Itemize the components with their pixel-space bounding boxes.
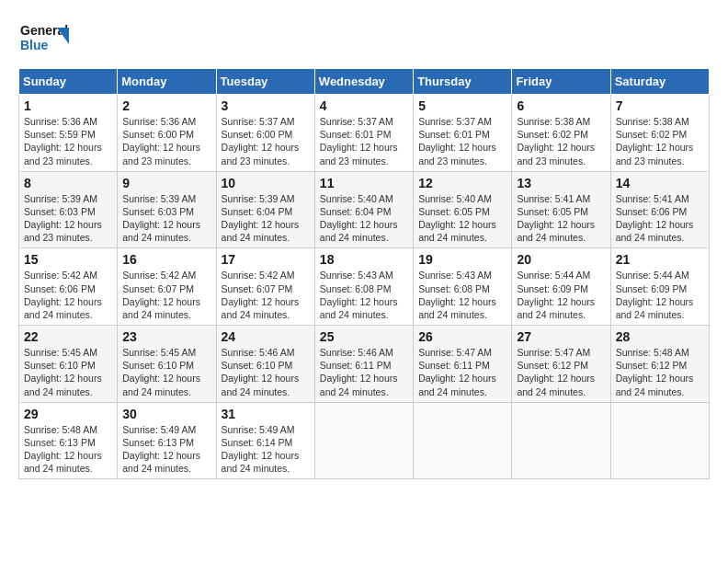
calendar-header-row: SundayMondayTuesdayWednesdayThursdayFrid… [19, 69, 710, 95]
calendar-week-3: 15Sunrise: 5:42 AM Sunset: 6:06 PM Dayli… [19, 248, 710, 326]
day-info: Sunrise: 5:41 AM Sunset: 6:06 PM Dayligh… [616, 192, 704, 245]
calendar-cell: 31Sunrise: 5:49 AM Sunset: 6:14 PM Dayli… [216, 402, 314, 479]
day-info: Sunrise: 5:42 AM Sunset: 6:06 PM Dayligh… [24, 269, 112, 321]
day-info: Sunrise: 5:47 AM Sunset: 6:11 PM Dayligh… [418, 346, 506, 398]
calendar-cell: 14Sunrise: 5:41 AM Sunset: 6:06 PM Dayli… [610, 171, 709, 248]
calendar-cell: 2Sunrise: 5:36 AM Sunset: 6:00 PM Daylig… [118, 95, 216, 172]
day-number: 22 [24, 329, 112, 344]
calendar-cell: 24Sunrise: 5:46 AM Sunset: 6:10 PM Dayli… [216, 326, 314, 403]
calendar-cell: 21Sunrise: 5:44 AM Sunset: 6:09 PM Dayli… [610, 248, 709, 326]
calendar-cell [512, 402, 610, 479]
calendar-cell: 27Sunrise: 5:47 AM Sunset: 6:12 PM Dayli… [512, 326, 610, 403]
day-number: 5 [418, 98, 506, 113]
day-number: 26 [418, 329, 506, 344]
weekday-header-wednesday: Wednesday [314, 69, 413, 95]
day-number: 20 [517, 252, 605, 267]
day-info: Sunrise: 5:40 AM Sunset: 6:05 PM Dayligh… [418, 192, 506, 245]
day-number: 6 [517, 98, 605, 113]
day-number: 7 [616, 98, 704, 113]
day-info: Sunrise: 5:45 AM Sunset: 6:10 PM Dayligh… [24, 346, 112, 398]
day-number: 18 [320, 252, 408, 267]
day-number: 17 [222, 252, 310, 267]
calendar-cell: 22Sunrise: 5:45 AM Sunset: 6:10 PM Dayli… [19, 326, 118, 403]
calendar-week-4: 22Sunrise: 5:45 AM Sunset: 6:10 PM Dayli… [19, 326, 710, 403]
calendar-week-2: 8Sunrise: 5:39 AM Sunset: 6:03 PM Daylig… [19, 171, 710, 248]
calendar-week-1: 1Sunrise: 5:36 AM Sunset: 5:59 PM Daylig… [19, 95, 710, 172]
day-info: Sunrise: 5:46 AM Sunset: 6:11 PM Dayligh… [320, 346, 408, 398]
weekday-header-friday: Friday [512, 69, 610, 95]
day-info: Sunrise: 5:48 AM Sunset: 6:13 PM Dayligh… [24, 423, 112, 476]
calendar-cell: 20Sunrise: 5:44 AM Sunset: 6:09 PM Dayli… [512, 248, 610, 326]
day-info: Sunrise: 5:44 AM Sunset: 6:09 PM Dayligh… [616, 269, 704, 321]
calendar-cell [314, 402, 413, 479]
calendar-cell: 26Sunrise: 5:47 AM Sunset: 6:11 PM Dayli… [414, 326, 512, 403]
day-info: Sunrise: 5:39 AM Sunset: 6:03 PM Dayligh… [24, 192, 112, 245]
day-number: 12 [418, 176, 506, 190]
calendar-cell: 23Sunrise: 5:45 AM Sunset: 6:10 PM Dayli… [118, 326, 216, 403]
day-info: Sunrise: 5:42 AM Sunset: 6:07 PM Dayligh… [122, 269, 210, 321]
day-info: Sunrise: 5:42 AM Sunset: 6:07 PM Dayligh… [222, 269, 310, 321]
day-info: Sunrise: 5:36 AM Sunset: 5:59 PM Dayligh… [24, 115, 112, 167]
day-number: 4 [320, 98, 408, 113]
calendar-cell: 1Sunrise: 5:36 AM Sunset: 5:59 PM Daylig… [19, 95, 118, 172]
day-number: 30 [122, 407, 210, 421]
calendar-cell: 13Sunrise: 5:41 AM Sunset: 6:05 PM Dayli… [512, 171, 610, 248]
day-number: 29 [24, 407, 112, 421]
day-info: Sunrise: 5:45 AM Sunset: 6:10 PM Dayligh… [122, 346, 210, 398]
day-info: Sunrise: 5:43 AM Sunset: 6:08 PM Dayligh… [418, 269, 506, 321]
calendar-cell: 7Sunrise: 5:38 AM Sunset: 6:02 PM Daylig… [610, 95, 709, 172]
weekday-header-tuesday: Tuesday [216, 69, 314, 95]
weekday-header-monday: Monday [118, 69, 216, 95]
page-header: General Blue [18, 18, 710, 59]
day-number: 24 [222, 329, 310, 344]
weekday-header-sunday: Sunday [19, 69, 118, 95]
day-info: Sunrise: 5:38 AM Sunset: 6:02 PM Dayligh… [517, 115, 605, 167]
calendar-cell [610, 402, 709, 479]
calendar-cell: 17Sunrise: 5:42 AM Sunset: 6:07 PM Dayli… [216, 248, 314, 326]
day-number: 25 [320, 329, 408, 344]
day-info: Sunrise: 5:40 AM Sunset: 6:04 PM Dayligh… [320, 192, 408, 245]
calendar-cell: 6Sunrise: 5:38 AM Sunset: 6:02 PM Daylig… [512, 95, 610, 172]
day-number: 2 [122, 98, 210, 113]
day-number: 21 [616, 252, 704, 267]
calendar-cell: 8Sunrise: 5:39 AM Sunset: 6:03 PM Daylig… [19, 171, 118, 248]
day-info: Sunrise: 5:48 AM Sunset: 6:12 PM Dayligh… [616, 346, 704, 398]
calendar-cell: 19Sunrise: 5:43 AM Sunset: 6:08 PM Dayli… [414, 248, 512, 326]
calendar-cell: 4Sunrise: 5:37 AM Sunset: 6:01 PM Daylig… [314, 95, 413, 172]
day-info: Sunrise: 5:37 AM Sunset: 6:01 PM Dayligh… [320, 115, 408, 167]
logo-icon: General Blue [18, 18, 69, 59]
day-info: Sunrise: 5:37 AM Sunset: 6:00 PM Dayligh… [222, 115, 310, 167]
weekday-header-thursday: Thursday [414, 69, 512, 95]
calendar-cell: 30Sunrise: 5:49 AM Sunset: 6:13 PM Dayli… [118, 402, 216, 479]
calendar-cell: 18Sunrise: 5:43 AM Sunset: 6:08 PM Dayli… [314, 248, 413, 326]
calendar-cell [414, 402, 512, 479]
day-info: Sunrise: 5:49 AM Sunset: 6:14 PM Dayligh… [222, 423, 310, 476]
calendar-cell: 3Sunrise: 5:37 AM Sunset: 6:00 PM Daylig… [216, 95, 314, 172]
day-number: 10 [222, 176, 310, 190]
day-info: Sunrise: 5:38 AM Sunset: 6:02 PM Dayligh… [616, 115, 704, 167]
svg-text:Blue: Blue [20, 38, 49, 52]
calendar-week-5: 29Sunrise: 5:48 AM Sunset: 6:13 PM Dayli… [19, 402, 710, 479]
day-number: 8 [24, 176, 112, 190]
day-info: Sunrise: 5:44 AM Sunset: 6:09 PM Dayligh… [517, 269, 605, 321]
day-info: Sunrise: 5:41 AM Sunset: 6:05 PM Dayligh… [517, 192, 605, 245]
day-info: Sunrise: 5:36 AM Sunset: 6:00 PM Dayligh… [122, 115, 210, 167]
day-number: 11 [320, 176, 408, 190]
calendar-cell: 9Sunrise: 5:39 AM Sunset: 6:03 PM Daylig… [118, 171, 216, 248]
day-number: 1 [24, 98, 112, 113]
day-number: 16 [122, 252, 210, 267]
day-info: Sunrise: 5:43 AM Sunset: 6:08 PM Dayligh… [320, 269, 408, 321]
calendar-cell: 10Sunrise: 5:39 AM Sunset: 6:04 PM Dayli… [216, 171, 314, 248]
day-number: 19 [418, 252, 506, 267]
calendar-cell: 25Sunrise: 5:46 AM Sunset: 6:11 PM Dayli… [314, 326, 413, 403]
calendar-cell: 16Sunrise: 5:42 AM Sunset: 6:07 PM Dayli… [118, 248, 216, 326]
day-info: Sunrise: 5:37 AM Sunset: 6:01 PM Dayligh… [418, 115, 506, 167]
day-info: Sunrise: 5:47 AM Sunset: 6:12 PM Dayligh… [517, 346, 605, 398]
weekday-header-saturday: Saturday [610, 69, 709, 95]
calendar-cell: 15Sunrise: 5:42 AM Sunset: 6:06 PM Dayli… [19, 248, 118, 326]
calendar-cell: 12Sunrise: 5:40 AM Sunset: 6:05 PM Dayli… [414, 171, 512, 248]
day-number: 9 [122, 176, 210, 190]
day-info: Sunrise: 5:39 AM Sunset: 6:03 PM Dayligh… [122, 192, 210, 245]
day-info: Sunrise: 5:49 AM Sunset: 6:13 PM Dayligh… [122, 423, 210, 476]
day-number: 27 [517, 329, 605, 344]
